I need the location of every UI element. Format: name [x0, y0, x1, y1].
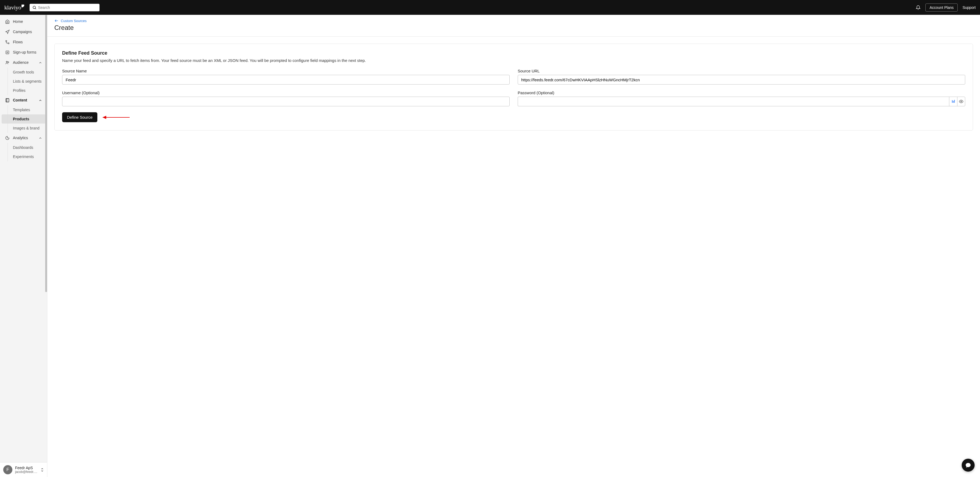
nav-label: Growth tools	[13, 70, 34, 74]
card-title: Define Feed Source	[62, 50, 965, 56]
sidebar-item-lists-segments[interactable]: Lists & segments	[2, 77, 45, 86]
show-password-icon[interactable]	[957, 97, 965, 106]
nav-label: Images & brand	[13, 126, 40, 130]
sidebar-item-experiments[interactable]: Experiments	[2, 152, 45, 161]
logo-text: klaviyo	[4, 4, 21, 11]
analytics-icon	[5, 136, 10, 140]
search-wrap	[30, 4, 100, 11]
svg-point-4	[8, 43, 9, 44]
svg-point-16	[961, 101, 962, 102]
logo-flag-icon	[22, 5, 24, 7]
svg-point-9	[8, 62, 9, 63]
chat-icon	[965, 462, 971, 468]
sidebar-item-signup-forms[interactable]: Sign-up forms	[2, 47, 45, 57]
nav-label: Campaigns	[13, 30, 32, 34]
chevron-up-icon	[38, 60, 42, 65]
svg-rect-15	[954, 100, 955, 103]
form-icon	[5, 50, 10, 55]
password-label: Password (Optional)	[518, 91, 965, 95]
topbar: klaviyo Account Plans Support	[0, 0, 980, 15]
support-link[interactable]: Support	[963, 5, 976, 10]
nav-label: Sign-up forms	[13, 50, 36, 54]
chevron-up-icon	[38, 136, 42, 140]
account-name: Feedr ApS	[15, 466, 38, 470]
nav-label: Products	[13, 117, 29, 121]
sidebar-item-products[interactable]: Products	[2, 115, 45, 124]
sidebar-item-templates[interactable]: Templates	[2, 105, 45, 115]
logo[interactable]: klaviyo	[4, 4, 24, 11]
svg-rect-14	[953, 101, 953, 103]
annotation-arrow	[103, 117, 130, 118]
sidebar-item-profiles[interactable]: Profiles	[2, 86, 45, 95]
avatar: F	[3, 465, 13, 474]
page-header: Custom Sources Create	[47, 15, 980, 37]
topbar-right: Account Plans Support	[916, 3, 976, 11]
define-source-button[interactable]: Define Source	[62, 112, 97, 122]
sidebar-item-content[interactable]: Content	[2, 95, 45, 105]
account-plans-button[interactable]: Account Plans	[925, 3, 958, 11]
password-manager-icon[interactable]	[949, 97, 957, 106]
source-name-label: Source Name	[62, 69, 510, 73]
source-url-label: Source URL	[518, 69, 965, 73]
page-title: Create	[54, 24, 973, 32]
card-description: Name your feed and specify a URL to fetc…	[62, 58, 965, 63]
nav-label: Analytics	[13, 136, 28, 140]
send-icon	[5, 29, 10, 34]
account-info: Feedr ApS jacob@feedr.c...	[15, 466, 38, 474]
users-icon	[5, 60, 10, 65]
nav-label: Content	[13, 98, 27, 102]
sidebar-item-analytics[interactable]: Analytics	[2, 133, 45, 143]
sidebar-item-home[interactable]: Home	[2, 16, 45, 27]
svg-rect-10	[6, 99, 9, 102]
svg-point-3	[6, 40, 7, 41]
up-down-chevron-icon	[41, 468, 44, 472]
nav-label: Home	[13, 20, 23, 24]
notifications-icon[interactable]	[916, 5, 921, 10]
username-label: Username (Optional)	[62, 91, 510, 95]
nav-label: Templates	[13, 108, 30, 112]
breadcrumb-label: Custom Sources	[61, 19, 87, 23]
sidebar-item-flows[interactable]: Flows	[2, 37, 45, 47]
main: Custom Sources Create Define Feed Source…	[47, 15, 980, 477]
nav-label: Audience	[13, 61, 29, 64]
svg-rect-13	[952, 100, 952, 102]
home-icon	[5, 19, 10, 24]
search-input[interactable]	[30, 4, 100, 11]
flows-icon	[5, 40, 10, 45]
content-icon	[5, 98, 10, 102]
nav-label: Profiles	[13, 89, 25, 93]
breadcrumb[interactable]: Custom Sources	[54, 19, 87, 23]
account-switcher[interactable]: F Feedr ApS jacob@feedr.c...	[0, 462, 47, 477]
account-email: jacob@feedr.c...	[15, 470, 38, 474]
sidebar: Home Campaigns Flows Sign-up forms Audie…	[0, 15, 47, 477]
nav-label: Flows	[13, 40, 23, 44]
svg-marker-2	[6, 30, 9, 34]
svg-point-8	[6, 61, 7, 62]
sidebar-item-campaigns[interactable]: Campaigns	[2, 27, 45, 37]
username-input[interactable]	[62, 97, 510, 106]
nav-label: Dashboards	[13, 146, 33, 149]
source-name-input[interactable]	[62, 75, 510, 85]
nav-label: Experiments	[13, 155, 34, 158]
sidebar-item-dashboards[interactable]: Dashboards	[2, 143, 45, 152]
password-input[interactable]	[518, 97, 949, 106]
sidebar-item-growth-tools[interactable]: Growth tools	[2, 67, 45, 77]
arrow-left-icon	[54, 19, 59, 23]
define-feed-card: Define Feed Source Name your feed and sp…	[54, 44, 973, 131]
nav-label: Lists & segments	[13, 80, 42, 83]
sidebar-item-images-brand[interactable]: Images & brand	[2, 124, 45, 133]
sidebar-item-audience[interactable]: Audience	[2, 57, 45, 67]
svg-rect-5	[6, 51, 9, 54]
source-url-input[interactable]	[518, 75, 965, 85]
chat-fab[interactable]	[962, 459, 975, 472]
chevron-up-icon	[38, 98, 42, 102]
